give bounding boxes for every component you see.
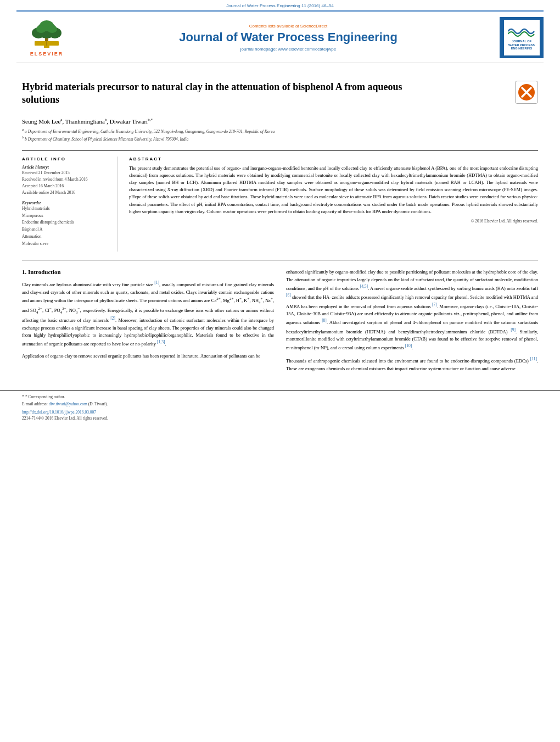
elsevier-label: ELSEVIER (30, 51, 64, 57)
article-history: Article history: Received 21 December 20… (22, 165, 111, 196)
affiliation-a: a a Department of Environmental Engineer… (22, 127, 538, 135)
accepted-date: Accepted 16 March 2016 (22, 183, 111, 189)
doi-link[interactable]: http://dx.doi.org/10.1016/j.jwpe.2016.03… (22, 410, 538, 415)
elsevier-logo: ELSEVIER (16, 19, 77, 57)
ref-2: [2] (110, 316, 115, 321)
logo-text: JOURNAL OF WATER PROCESS ENGINEERING (508, 40, 535, 51)
keyword-5: Attenuation (22, 233, 111, 241)
sciencedirect-link[interactable]: Contents lists available at ScienceDirec… (77, 24, 500, 29)
corresponding-star: * (22, 394, 24, 399)
abstract-copyright: © 2016 Elsevier Ltd. All rights reserved… (129, 219, 538, 224)
content-divider (22, 260, 538, 261)
sciencedirect-name: ScienceDirect (300, 24, 327, 29)
journal-title: Journal of Water Process Engineering (77, 30, 500, 44)
affiliations: a a Department of Environmental Engineer… (22, 127, 538, 142)
ref-4-5: [4,5] (360, 284, 368, 289)
journal-reference-text: Journal of Water Process Engineering 11 … (226, 3, 333, 8)
email-link[interactable]: diw.tiwari@yahoo.com (49, 401, 87, 406)
author-c-sup: b,* (148, 118, 153, 122)
header-center: Contents lists available at ScienceDirec… (77, 24, 500, 52)
footnote-corresponding: * * Corresponding author. (22, 394, 538, 401)
ref-1-3: [1,3] (157, 339, 165, 344)
abstract-column: ABSTRACT The present study demonstrates … (129, 157, 538, 252)
online-date: Available online 24 March 2016 (22, 189, 111, 196)
keyword-4: Bisphenol A (22, 226, 111, 233)
author-c-name: Diwakar Tiwari (110, 118, 148, 124)
svg-point-6 (36, 25, 46, 33)
keywords-label: Keywords: (22, 200, 111, 205)
article-keywords: Keywords: Hybrid materials Microporous E… (22, 200, 111, 248)
section1-heading: 1. Introduction (22, 269, 274, 275)
author-b-sup: b (105, 118, 107, 122)
ref-1: [1] (154, 280, 159, 285)
article-body: Hybrid materials precursor to natural cl… (0, 63, 560, 382)
history-label: Article history: (22, 165, 111, 170)
crossmark-badge (515, 81, 538, 104)
page: Journal of Water Process Engineering 11 … (0, 0, 560, 742)
author-b-name: Thanhmingliana (65, 118, 105, 124)
intro-paragraph-right-1: enhanced significantly by organo-modifie… (286, 269, 538, 352)
ref-9: [9] (511, 327, 516, 332)
footer-copyright: 2214-7144/© 2016 Elsevier Ltd. All right… (22, 416, 538, 421)
journal-header: ELSEVIER Contents lists available at Sci… (16, 10, 544, 63)
journal-logo-inner: JOURNAL OF WATER PROCESS ENGINEERING (504, 20, 540, 55)
ref-10: [10] (405, 343, 412, 348)
journal-homepage: journal homepage: www.elsevier.com/locat… (77, 47, 500, 52)
homepage-prefix: journal homepage: (240, 47, 278, 52)
intro-paragraph-right-2: Thousands of anthropogenic chemicals rel… (286, 356, 538, 372)
footnote-email: E-mail address: diw.tiwari@yahoo.com (D.… (22, 401, 538, 408)
intro-paragraph-1: Clay minerals are hydrous aluminosilicat… (22, 280, 274, 348)
journal-reference-bar: Journal of Water Process Engineering 11 … (0, 0, 560, 10)
ref-8: [8] (322, 318, 327, 323)
article-title: Hybrid materials precursor to natural cl… (22, 81, 417, 107)
sciencedirect-prefix: Contents lists available at (249, 24, 300, 29)
svg-point-7 (47, 25, 57, 33)
intro-paragraph-2: Application of organo-clay to remove sev… (22, 353, 274, 360)
info-abstract-section: ARTICLE INFO Article history: Received 2… (22, 150, 538, 252)
elsevier-tree-icon (25, 19, 69, 49)
abstract-text: The present study demonstrates the poten… (129, 165, 538, 215)
keyword-2: Microporous (22, 213, 111, 220)
author-a-name: Seung Mok Lee (22, 118, 60, 124)
crossmark-icon (517, 83, 536, 102)
abstract-heading: ABSTRACT (129, 157, 538, 161)
journal-logo-box: JOURNAL OF WATER PROCESS ENGINEERING (500, 17, 544, 58)
main-left-column: 1. Introduction Clay minerals are hydrou… (22, 269, 274, 377)
ref-7: [7] (432, 302, 437, 307)
author-a-sup: a (60, 118, 62, 122)
revised-date: Received in revised form 4 March 2016 (22, 176, 111, 183)
article-info-heading: ARTICLE INFO (22, 157, 111, 161)
article-info-column: ARTICLE INFO Article history: Received 2… (22, 157, 118, 252)
affiliation-b: b b Department of Chemistry, School of P… (22, 135, 538, 143)
ref-11: [11] (530, 356, 537, 361)
main-content: 1. Introduction Clay minerals are hydrou… (22, 269, 538, 377)
keyword-6: Molecular sieve (22, 241, 111, 248)
ref-6: [6] (286, 293, 291, 298)
main-right-column: enhanced significantly by organo-modifie… (286, 269, 538, 377)
article-footer: * * Corresponding author. E-mail address… (0, 390, 560, 421)
keyword-1: Hybrid materials (22, 205, 111, 213)
water-wave-icon (508, 25, 535, 38)
received-date: Received 21 December 2015 (22, 170, 111, 176)
homepage-url[interactable]: www.elsevier.com/locate/jwpe (278, 47, 336, 52)
keyword-3: Endocrine disrupting chemicals (22, 219, 111, 226)
authors-line: Seung Mok Leea, Thanhminglianab, Diwakar… (22, 118, 538, 125)
